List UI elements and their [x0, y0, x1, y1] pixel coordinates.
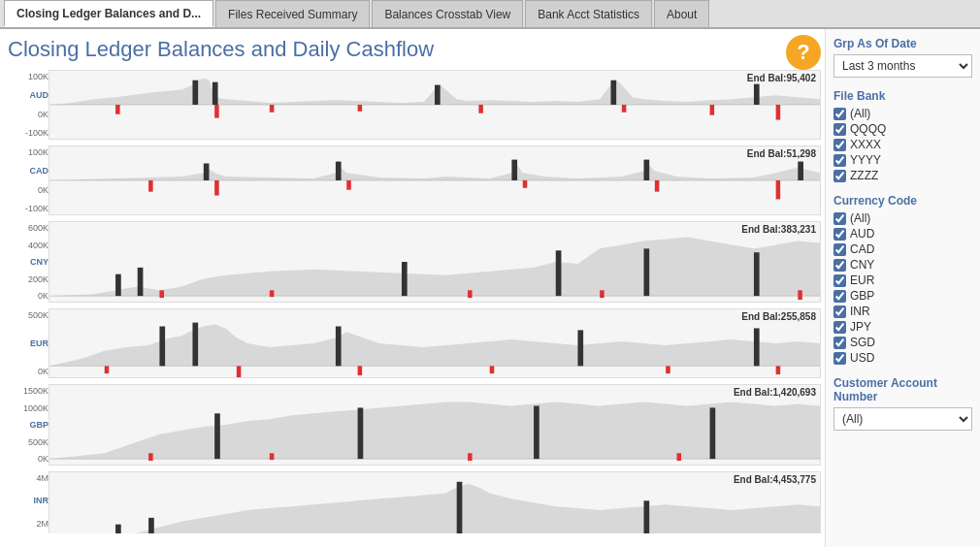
- currency-checkbox-cad[interactable]: [833, 243, 846, 256]
- customer-account-select[interactable]: (All): [833, 407, 972, 431]
- currency-checkbox-all[interactable]: [833, 212, 846, 225]
- svg-rect-17: [511, 160, 517, 180]
- y-label-aud-top: 100K: [8, 72, 49, 81]
- svg-rect-24: [655, 180, 660, 192]
- svg-rect-56: [270, 453, 275, 460]
- currency-checkbox-inr[interactable]: [833, 306, 846, 318]
- currency-checkbox-eur[interactable]: [833, 274, 846, 287]
- end-bal-cad: End Bal:51,298: [747, 148, 816, 159]
- main-container: Closing Ledger Balances and Daily Cashfl…: [0, 29, 980, 547]
- svg-rect-40: [192, 323, 198, 367]
- svg-rect-63: [644, 500, 650, 533]
- tab-balances-crosstab[interactable]: Balances Crosstab View: [372, 0, 523, 27]
- tab-bank-acct-stats[interactable]: Bank Acct Statistics: [525, 0, 652, 27]
- svg-rect-41: [336, 327, 342, 367]
- file-bank-checkbox-qqqq[interactable]: [833, 123, 846, 136]
- svg-rect-35: [468, 290, 473, 298]
- currency-checkbox-cny[interactable]: [833, 259, 846, 272]
- grp-as-of-date-select[interactable]: Last 3 months Last 6 months Last 12 mont…: [833, 54, 972, 78]
- chart-box-eur: End Bal:255,858: [49, 308, 821, 378]
- y-label-cny-1: 600K: [8, 223, 49, 233]
- svg-rect-42: [577, 330, 583, 366]
- currency-text-cny: CNY: [850, 258, 874, 272]
- y-label-cny-3: 200K: [8, 274, 49, 284]
- svg-rect-22: [346, 180, 351, 190]
- svg-rect-46: [358, 366, 363, 375]
- currency-label-cny: CNY: [8, 257, 49, 267]
- svg-rect-51: [214, 413, 220, 459]
- svg-rect-8: [270, 105, 275, 113]
- charts-scroll[interactable]: 100K AUD 0K -100K End Bal:95,402: [8, 68, 821, 533]
- svg-rect-19: [798, 162, 803, 180]
- currency-checkbox-jpy[interactable]: [833, 321, 846, 334]
- svg-rect-16: [336, 162, 342, 180]
- y-label-eur-bot: 0K: [8, 367, 49, 376]
- svg-rect-32: [754, 252, 760, 296]
- file-bank-checkbox-xxxx[interactable]: [833, 139, 846, 151]
- currency-checkbox-gbp[interactable]: [833, 290, 846, 303]
- svg-rect-43: [754, 328, 760, 366]
- y-label-gbp-1: 1500K: [8, 386, 49, 396]
- currency-label-aud: AUD: [8, 90, 49, 100]
- tab-closing-ledger[interactable]: Closing Ledger Balances and D...: [4, 0, 213, 27]
- end-bal-aud: End Bal:95,402: [747, 73, 816, 83]
- y-label-cny-2: 400K: [8, 241, 49, 250]
- currency-text-cad: CAD: [850, 242, 874, 256]
- currency-text-eur: EUR: [850, 274, 874, 287]
- currency-checkbox-usd[interactable]: [833, 352, 846, 365]
- svg-rect-25: [776, 180, 781, 199]
- svg-rect-5: [754, 84, 760, 105]
- currency-item-usd: USD: [833, 351, 972, 365]
- chart-box-cad: End Bal:51,298: [49, 145, 821, 215]
- currency-code-label: Currency Code: [833, 194, 972, 208]
- svg-rect-33: [159, 290, 164, 298]
- svg-rect-37: [798, 290, 802, 300]
- chart-svg-inr: [49, 472, 820, 533]
- sidebar-section-customer-account: Customer Account Number (All): [833, 376, 972, 431]
- y-label-inr-1: 4M: [8, 473, 49, 483]
- svg-rect-28: [138, 268, 144, 296]
- y-label-inr-2: 2M: [8, 519, 49, 529]
- file-bank-item-qqqq: QQQQ: [833, 122, 972, 136]
- svg-rect-34: [270, 290, 275, 297]
- file-bank-checkbox-yyyy[interactable]: [833, 154, 846, 167]
- file-bank-text-all: (All): [850, 107, 870, 120]
- currency-checkbox-sgd[interactable]: [833, 337, 846, 349]
- chart-box-cny: End Bal:383,231: [49, 221, 821, 303]
- currency-item-aud: AUD: [833, 227, 972, 241]
- svg-rect-44: [105, 366, 110, 373]
- chart-svg-eur: [49, 309, 820, 377]
- chart-svg-gbp: [49, 385, 820, 465]
- help-button[interactable]: ?: [786, 35, 821, 70]
- currency-text-all: (All): [850, 211, 870, 225]
- file-bank-checkbox-zzzz[interactable]: [833, 170, 846, 182]
- currency-row-eur: 500K EUR 0K End Bal:255,858: [8, 306, 821, 380]
- tab-files-received[interactable]: Files Received Summary: [215, 0, 370, 27]
- svg-rect-20: [148, 180, 153, 192]
- file-bank-text-zzzz: ZZZZ: [850, 169, 878, 182]
- currency-checkbox-aud[interactable]: [833, 228, 846, 241]
- currency-label-eur: EUR: [8, 338, 49, 348]
- svg-rect-54: [710, 407, 716, 459]
- y-label-aud-bot: -100K: [8, 128, 49, 138]
- svg-rect-29: [402, 262, 408, 296]
- svg-rect-4: [610, 80, 616, 105]
- file-bank-checkbox-all[interactable]: [833, 108, 846, 120]
- tab-about[interactable]: About: [654, 0, 709, 27]
- currency-item-cad: CAD: [833, 242, 972, 256]
- chart-box-gbp: End Bal:1,420,693: [49, 384, 821, 466]
- chart-svg-cad: [49, 146, 820, 214]
- y-label-cny-4: 0K: [8, 291, 49, 301]
- svg-rect-3: [435, 85, 441, 105]
- currency-item-gbp: GBP: [833, 289, 972, 303]
- sidebar-section-currency-code: Currency Code (All) AUD CAD CNY EUR: [833, 194, 972, 365]
- svg-rect-36: [600, 290, 604, 298]
- svg-rect-47: [490, 366, 495, 373]
- y-label-cad-top: 100K: [8, 147, 49, 157]
- end-bal-inr: End Bal:4,453,775: [734, 474, 816, 485]
- svg-rect-55: [148, 453, 153, 461]
- svg-rect-21: [214, 180, 219, 196]
- currency-text-jpy: JPY: [850, 320, 871, 334]
- svg-rect-61: [148, 518, 154, 533]
- grp-as-of-date-label: Grp As Of Date: [833, 37, 972, 50]
